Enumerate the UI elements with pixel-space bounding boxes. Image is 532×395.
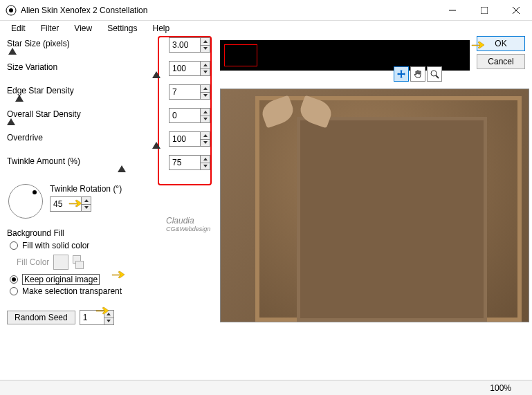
swatch-bg[interactable] — [75, 261, 84, 269]
overdrive-spin[interactable] — [169, 131, 210, 147]
edge-density-input[interactable] — [169, 85, 200, 99]
rotation-dial[interactable] — [8, 184, 43, 219]
size-variation-input[interactable] — [169, 62, 200, 75]
bow-decoration — [262, 93, 331, 148]
overall-density-input[interactable] — [169, 109, 200, 122]
menu-edit[interactable]: Edit — [4, 22, 33, 35]
twinkle-amount-slider[interactable] — [7, 170, 163, 172]
star-size-spin[interactable] — [169, 37, 210, 53]
svg-marker-12 — [15, 95, 24, 102]
close-button[interactable] — [500, 0, 532, 21]
statusbar: 100% — [0, 380, 532, 395]
svg-point-1 — [9, 8, 13, 12]
fill-color-label: Fill Color — [17, 257, 49, 267]
svg-line-29 — [436, 75, 439, 78]
edge-density-spin[interactable] — [169, 84, 210, 100]
app-icon — [6, 5, 17, 16]
svg-marker-10 — [203, 64, 208, 66]
maximize-button[interactable] — [468, 0, 500, 21]
svg-marker-16 — [203, 111, 208, 113]
twinkle-amount-label: Twinkle Amount (%) — [7, 156, 80, 166]
spin-up-icon[interactable] — [201, 38, 210, 46]
move-tool-icon[interactable] — [394, 66, 409, 82]
navigator-viewport[interactable] — [224, 44, 257, 66]
preview-panel: OK Cancel — [216, 36, 532, 325]
random-seed-spin[interactable] — [80, 310, 114, 325]
svg-marker-21 — [118, 165, 126, 172]
size-variation-slider[interactable] — [7, 76, 163, 77]
menu-filter[interactable]: Filter — [34, 22, 66, 35]
size-variation-label: Size Variation — [7, 62, 57, 72]
menu-help[interactable]: Help — [146, 22, 177, 35]
svg-marker-19 — [203, 134, 208, 137]
radio-make-transparent-row[interactable]: Make selection transparent — [7, 286, 216, 296]
ok-button[interactable]: OK — [477, 36, 525, 51]
random-seed-input[interactable] — [80, 311, 104, 324]
radio-keep-original-label: Keep original image — [22, 274, 100, 285]
radio-keep-original-row[interactable]: Keep original image — [7, 274, 216, 285]
twinkle-rotation-label: Twinkle Rotation (°) — [50, 184, 122, 194]
svg-marker-13 — [203, 87, 208, 90]
svg-marker-24 — [84, 199, 89, 202]
overall-density-label: Overall Star Density — [7, 109, 81, 119]
window-title: Alien Skin Xenofex 2 Constellation — [21, 6, 437, 15]
preview-image[interactable] — [220, 89, 529, 322]
parameters-panel: Star Size (pixels) Size Variation Edge S… — [0, 36, 216, 325]
svg-marker-22 — [203, 158, 208, 160]
minimize-button[interactable] — [437, 0, 468, 21]
radio-make-transparent-label: Make selection transparent — [22, 286, 122, 296]
menu-view[interactable]: View — [67, 22, 99, 35]
star-size-input[interactable] — [169, 38, 200, 52]
radio-fill-solid-label: Fill with solid color — [22, 241, 89, 250]
titlebar: Alien Skin Xenofex 2 Constellation — [0, 0, 532, 21]
hand-tool-icon[interactable] — [410, 66, 425, 82]
cancel-button[interactable]: Cancel — [477, 54, 525, 69]
watermark-sub: CG&Webdesign — [166, 226, 210, 232]
edge-density-slider[interactable] — [7, 100, 163, 101]
svg-marker-8 — [203, 47, 208, 50]
size-variation-spin[interactable] — [169, 61, 210, 76]
svg-marker-7 — [203, 40, 208, 43]
svg-marker-20 — [203, 141, 208, 144]
svg-marker-14 — [203, 94, 208, 97]
twinkle-amount-spin[interactable] — [169, 155, 210, 170]
star-size-slider[interactable] — [7, 53, 163, 54]
zoom-tool-icon[interactable] — [427, 66, 442, 82]
random-seed-button[interactable]: Random Seed — [7, 311, 75, 324]
radio-fill-solid[interactable] — [10, 241, 18, 250]
watermark-text: Claudia — [166, 216, 210, 226]
radio-fill-solid-row[interactable]: Fill with solid color — [7, 241, 216, 250]
svg-point-28 — [431, 71, 437, 76]
svg-marker-18 — [152, 142, 160, 149]
svg-marker-9 — [152, 71, 160, 78]
radio-make-transparent[interactable] — [10, 287, 18, 295]
overdrive-slider[interactable] — [7, 147, 163, 148]
fill-color-swatch[interactable] — [53, 255, 68, 270]
twinkle-amount-input[interactable] — [169, 156, 200, 169]
svg-marker-26 — [107, 313, 111, 315]
twinkle-rotation-input[interactable] — [51, 197, 81, 211]
radio-keep-original[interactable] — [10, 275, 18, 284]
overall-density-spin[interactable] — [169, 108, 210, 123]
menu-settings[interactable]: Settings — [100, 22, 144, 35]
svg-rect-3 — [481, 7, 488, 14]
svg-marker-11 — [203, 71, 208, 73]
zoom-level: 100% — [490, 383, 511, 393]
svg-marker-15 — [7, 118, 15, 125]
svg-marker-6 — [8, 48, 17, 55]
overdrive-label: Overdrive — [7, 133, 43, 143]
overdrive-input[interactable] — [169, 132, 200, 146]
menubar: Edit Filter View Settings Help — [0, 21, 532, 36]
svg-marker-27 — [107, 320, 111, 322]
overall-density-slider[interactable] — [7, 123, 163, 125]
twinkle-rotation-spin[interactable] — [50, 196, 91, 212]
svg-marker-23 — [203, 165, 208, 167]
svg-marker-17 — [203, 118, 208, 120]
spin-down-icon[interactable] — [201, 46, 210, 53]
svg-marker-25 — [84, 206, 89, 209]
